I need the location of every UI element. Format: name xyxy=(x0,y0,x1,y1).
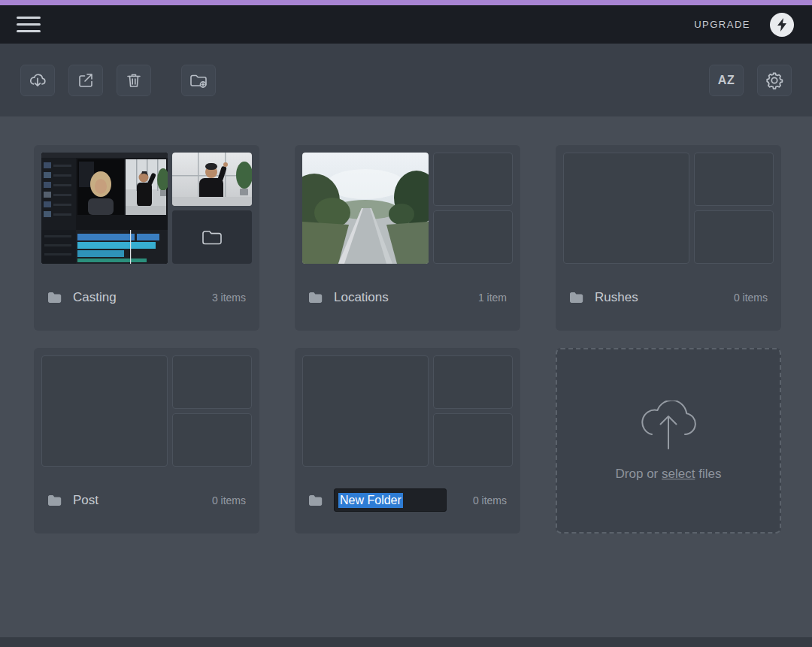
cloud-download-icon xyxy=(28,71,47,90)
file-dropzone[interactable]: Drop or select files xyxy=(556,348,781,534)
video-editor-thumbnail xyxy=(41,153,168,264)
delete-button[interactable] xyxy=(117,65,151,96)
thumbnail-group xyxy=(563,153,774,264)
folder-icon xyxy=(47,494,62,506)
lightning-bolt-icon xyxy=(776,18,788,32)
empty-thumbnail-tile xyxy=(433,153,513,206)
folder-name: Rushes xyxy=(595,290,638,305)
folder-icon xyxy=(47,292,62,303)
item-count: 0 items xyxy=(734,292,768,304)
thumbnail-group xyxy=(302,153,513,264)
road-photo-thumbnail xyxy=(302,153,429,264)
empty-thumbnail-tile xyxy=(433,210,513,264)
bottom-strip xyxy=(0,637,812,647)
select-files-link[interactable]: select xyxy=(662,467,695,481)
gear-icon xyxy=(765,71,784,90)
share-export-button[interactable] xyxy=(68,65,103,96)
empty-thumbnail-tile xyxy=(694,153,774,206)
item-count: 1 item xyxy=(478,292,507,304)
thumbnail-group xyxy=(302,355,513,467)
app-header: UPGRADE xyxy=(0,5,812,44)
download-button[interactable] xyxy=(20,65,55,96)
thumbnail-group xyxy=(41,355,252,467)
folder-tile xyxy=(172,210,252,264)
empty-thumbnail-tile xyxy=(694,210,774,264)
accent-bar xyxy=(0,0,812,5)
card-footer: Rushes 0 items xyxy=(563,264,774,331)
thumbnail-group xyxy=(41,153,252,264)
empty-thumbnail-tile xyxy=(433,413,513,467)
lightning-bolt-button[interactable] xyxy=(770,13,794,37)
empty-thumbnail-tile xyxy=(41,355,168,467)
folder-card-new-folder[interactable]: New Folder 0 items xyxy=(295,348,520,534)
trash-icon xyxy=(125,71,143,89)
card-footer: Post 0 items xyxy=(41,467,252,534)
empty-thumbnail-tile xyxy=(302,355,429,467)
settings-button[interactable] xyxy=(757,65,792,96)
folder-card-locations[interactable]: Locations 1 item xyxy=(295,145,520,331)
upgrade-button[interactable]: UPGRADE xyxy=(694,19,750,30)
new-folder-button[interactable] xyxy=(181,65,216,96)
empty-thumbnail-tile xyxy=(433,355,513,409)
empty-thumbnail-tile xyxy=(172,355,252,409)
folder-card-rushes[interactable]: Rushes 0 items xyxy=(556,145,781,331)
folder-name: Locations xyxy=(334,290,389,305)
sort-az-button[interactable]: AZ xyxy=(709,65,744,96)
folder-icon xyxy=(308,292,323,303)
folder-icon xyxy=(201,229,223,246)
media-grid-area: Casting 3 items xyxy=(0,116,812,534)
folder-card-post[interactable]: Post 0 items xyxy=(34,348,259,534)
folder-add-icon xyxy=(189,71,208,89)
item-count: 0 items xyxy=(473,494,507,506)
folder-name-input[interactable]: New Folder xyxy=(334,488,447,512)
empty-thumbnail-tile xyxy=(563,153,689,264)
item-count: 0 items xyxy=(212,494,246,506)
item-count: 3 items xyxy=(212,292,246,304)
menu-button[interactable] xyxy=(12,11,45,39)
folder-name: Casting xyxy=(73,290,117,305)
card-footer: Casting 3 items xyxy=(41,264,252,331)
cloud-upload-icon xyxy=(634,401,703,450)
toolbar: AZ xyxy=(0,44,812,116)
folder-grid: Casting 3 items xyxy=(34,145,778,534)
card-footer: Locations 1 item xyxy=(302,264,513,331)
share-export-icon xyxy=(77,71,95,89)
card-footer: New Folder 0 items xyxy=(302,467,513,534)
person-thumbnail xyxy=(172,153,252,206)
folder-icon xyxy=(569,292,583,303)
folder-icon xyxy=(308,494,323,506)
empty-thumbnail-tile xyxy=(172,413,252,467)
hamburger-icon xyxy=(17,17,41,19)
dropzone-text: Drop or select files xyxy=(616,467,722,482)
folder-name: Post xyxy=(73,493,98,508)
selected-text: New Folder xyxy=(338,493,403,508)
folder-card-casting[interactable]: Casting 3 items xyxy=(34,145,259,331)
